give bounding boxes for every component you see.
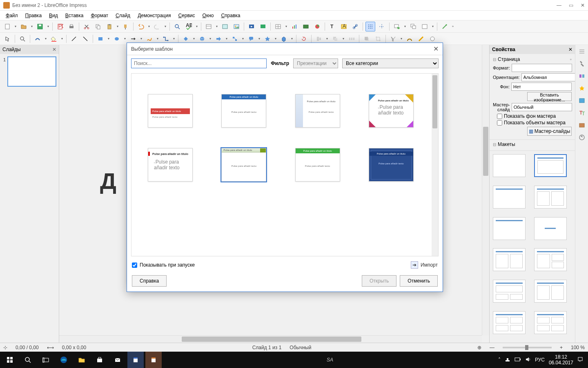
mail-icon[interactable]: [109, 352, 126, 368]
line-tool-diag[interactable]: [80, 34, 90, 44]
navigator-tab-icon[interactable]: [577, 132, 587, 142]
insert-image-button[interactable]: Вставить изображение...: [527, 92, 572, 101]
gluepoints-tool[interactable]: [405, 34, 414, 44]
layout-two-boxes[interactable]: [493, 248, 526, 271]
menu-tools[interactable]: Сервис: [175, 12, 198, 19]
clock[interactable]: 18:12 06.04.2017: [549, 354, 573, 366]
menu-insert[interactable]: Вставка: [62, 12, 87, 19]
export-pdf-button[interactable]: PDF: [55, 22, 65, 31]
dialog-scrollbar[interactable]: [432, 74, 438, 256]
insert-textbox-button[interactable]: T: [327, 22, 337, 31]
open-button[interactable]: [19, 22, 29, 31]
template-item[interactable]: Pulse para añadir un título Pulse para a…: [148, 94, 193, 128]
start-current-button[interactable]: [258, 22, 268, 31]
print-button[interactable]: [67, 22, 76, 31]
template-item[interactable]: Pulse para añadir un título Pulse para a…: [221, 94, 266, 128]
insert-image-button[interactable]: [232, 22, 241, 31]
taskview-icon[interactable]: [38, 352, 54, 368]
search-icon[interactable]: [20, 352, 36, 368]
notifications-icon[interactable]: [577, 357, 583, 364]
master-slides-button[interactable]: ▦ Мастер-слайды: [527, 127, 572, 136]
filter-type-select[interactable]: Презентации: [293, 58, 338, 68]
extrusion-tool[interactable]: [416, 34, 426, 44]
transitions-tab-icon[interactable]: [577, 71, 587, 81]
language-indicator[interactable]: РУС: [535, 357, 545, 363]
layout-title-content[interactable]: [534, 154, 567, 177]
open-button[interactable]: Открыть: [362, 275, 396, 287]
new-dropdown[interactable]: ▾: [14, 22, 17, 31]
toggle-tool[interactable]: [428, 34, 437, 44]
select-tool[interactable]: [2, 34, 12, 44]
symbol-shapes-tool[interactable]: [197, 34, 207, 44]
layout-four[interactable]: [534, 280, 567, 303]
background-input[interactable]: [511, 83, 572, 91]
filter-category-select[interactable]: Все категории: [342, 58, 439, 68]
close-sidebar-icon[interactable]: ✕: [568, 47, 572, 52]
insert-media-button[interactable]: [301, 22, 311, 31]
horizontal-scrollbar[interactable]: [59, 335, 482, 343]
paste-button[interactable]: [105, 22, 114, 31]
menu-slide[interactable]: Слайд: [112, 12, 134, 19]
new-button[interactable]: [2, 22, 12, 31]
minimize-button[interactable]: —: [557, 2, 561, 8]
startup-checkbox-label[interactable]: Показывать при запуске: [132, 262, 195, 268]
startup-checkbox[interactable]: [132, 263, 137, 268]
menu-file[interactable]: Файл: [2, 12, 21, 19]
cut-button[interactable]: [82, 22, 91, 31]
edge-icon[interactable]: [56, 352, 72, 368]
text-effects-button[interactable]: [33, 34, 42, 44]
flowchart-tool[interactable]: [230, 34, 240, 44]
clone-format-button[interactable]: [121, 22, 131, 31]
fit-page-icon[interactable]: ⊕: [477, 345, 481, 350]
rectangle-tool[interactable]: [96, 34, 105, 44]
insert-chart-button[interactable]: [290, 22, 299, 31]
template-item[interactable]: Pulse para añadir un título Pulse para a…: [295, 148, 340, 182]
filter-tool[interactable]: [388, 34, 398, 44]
crop-tool[interactable]: [373, 34, 383, 44]
cancel-button[interactable]: Отменить: [400, 275, 438, 287]
zoom-tool[interactable]: [18, 34, 27, 44]
impress-icon[interactable]: [145, 352, 162, 368]
menu-window[interactable]: Окно: [199, 12, 217, 19]
animation-tab-icon[interactable]: [577, 83, 587, 93]
template-item[interactable]: Pulse para añadir un título • Pulse para…: [369, 94, 414, 128]
snap-guides-button[interactable]: [377, 22, 387, 31]
properties-tab-icon[interactable]: [577, 59, 587, 69]
close-button[interactable]: ✕: [581, 2, 585, 8]
close-panel-icon[interactable]: ✕: [52, 47, 56, 52]
master-slide-input[interactable]: [512, 103, 572, 111]
dialog-close-icon[interactable]: ✕: [433, 45, 439, 53]
distribute-tool[interactable]: [347, 34, 356, 44]
start-button[interactable]: [2, 352, 18, 368]
layout-centered[interactable]: [534, 217, 567, 240]
start-slideshow-button[interactable]: [247, 22, 256, 31]
store-icon[interactable]: [91, 352, 108, 368]
menu-view[interactable]: Вид: [46, 12, 61, 19]
layout-header[interactable]: [493, 217, 526, 240]
help-button[interactable]: Справка: [132, 275, 167, 287]
layout-blank[interactable]: [493, 154, 526, 177]
callout-tool[interactable]: [246, 34, 256, 44]
show-obj-checkbox[interactable]: [497, 120, 502, 126]
fill-color-button[interactable]: [49, 34, 59, 44]
format-input[interactable]: [512, 64, 572, 72]
slide-props-button[interactable]: [420, 22, 430, 31]
menu-slideshow[interactable]: Демонстрация: [134, 12, 174, 19]
insert-slide-button[interactable]: [220, 22, 230, 31]
curve-tool[interactable]: [145, 34, 154, 44]
maximize-button[interactable]: ▭: [569, 2, 573, 8]
connector-tool[interactable]: [161, 34, 171, 44]
writer-icon[interactable]: [127, 352, 144, 368]
network-icon[interactable]: [505, 357, 510, 364]
snap-grid-button[interactable]: [365, 22, 375, 31]
save-dropdown[interactable]: ▾: [47, 22, 50, 31]
undo-button[interactable]: [136, 22, 146, 31]
effects-button[interactable]: [440, 22, 450, 31]
insert-frame-button[interactable]: A: [339, 22, 349, 31]
stars-tool[interactable]: [263, 34, 272, 44]
insert-pie-button[interactable]: [312, 22, 322, 31]
menu-help[interactable]: Справка: [218, 12, 243, 19]
open-dropdown[interactable]: ▾: [30, 22, 33, 31]
zoom-slider[interactable]: [503, 347, 552, 348]
import-link[interactable]: ➔ Импорт: [411, 261, 438, 269]
